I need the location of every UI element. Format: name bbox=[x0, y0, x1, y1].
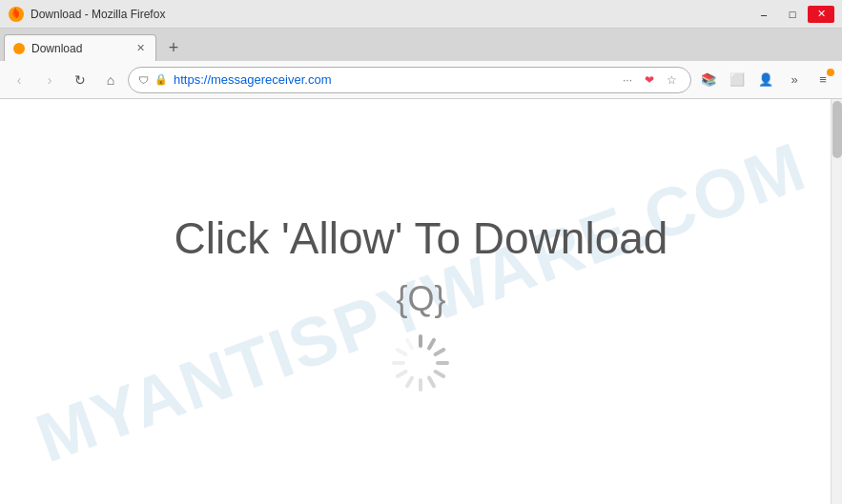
synced-tabs-button[interactable]: ⬜ bbox=[724, 67, 750, 93]
spinner-line-10 bbox=[392, 361, 405, 365]
bookmarks-button[interactable]: 📚 bbox=[695, 67, 722, 93]
minimize-button[interactable]: – bbox=[750, 6, 777, 23]
active-tab[interactable]: Download ✕ bbox=[4, 34, 156, 61]
tabbar: Download ✕ + bbox=[0, 29, 842, 61]
overflow-button[interactable]: » bbox=[781, 67, 808, 93]
main-content: Click 'Allow' To Download {Q} bbox=[175, 212, 668, 392]
navbar: ‹ › ↻ ⌂ 🛡 🔒 https://messagereceiver.com … bbox=[0, 61, 842, 99]
titlebar-left: Download - Mozilla Firefox bbox=[8, 6, 165, 23]
loading-spinner bbox=[392, 334, 449, 392]
svg-point-1 bbox=[13, 43, 25, 54]
tab-close-button[interactable]: ✕ bbox=[133, 41, 148, 56]
spinner-line-2 bbox=[427, 337, 437, 351]
titlebar: Download - Mozilla Firefox – □ ✕ bbox=[0, 0, 842, 29]
close-button[interactable]: ✕ bbox=[808, 6, 834, 23]
menu-button[interactable]: ≡ bbox=[810, 67, 836, 93]
pocket-button[interactable]: ❤ bbox=[640, 71, 659, 90]
account-button[interactable]: 👤 bbox=[752, 67, 779, 93]
firefox-icon bbox=[8, 6, 25, 23]
tab-label: Download bbox=[31, 42, 82, 55]
spinner-line-7 bbox=[419, 378, 422, 392]
page-heading: Click 'Allow' To Download bbox=[175, 212, 668, 264]
new-tab-button[interactable]: + bbox=[160, 34, 187, 61]
scrollbar[interactable] bbox=[831, 99, 842, 504]
spinner-line-8 bbox=[405, 374, 415, 388]
address-actions: ··· ❤ ☆ bbox=[618, 71, 681, 90]
page-subtext: {Q} bbox=[396, 279, 445, 319]
home-button[interactable]: ⌂ bbox=[97, 67, 124, 93]
page-content: MYANTISPYWARE.COM Click 'Allow' To Downl… bbox=[0, 99, 842, 504]
back-button[interactable]: ‹ bbox=[6, 67, 32, 93]
spinner-line-11 bbox=[396, 347, 409, 356]
spinner-line-4 bbox=[436, 361, 449, 365]
spinner-line-9 bbox=[396, 369, 409, 378]
spinner-line-6 bbox=[427, 374, 437, 388]
maximize-button[interactable]: □ bbox=[779, 6, 806, 23]
shield-icon: 🛡 bbox=[138, 74, 149, 86]
titlebar-controls: – □ ✕ bbox=[750, 6, 834, 23]
lock-icon: 🔒 bbox=[154, 73, 168, 86]
spinner-line-1 bbox=[419, 334, 422, 348]
url-text: https://messagereceiver.com bbox=[174, 72, 612, 87]
tab-favicon bbox=[12, 42, 26, 55]
scrollbar-thumb[interactable] bbox=[832, 101, 842, 158]
spinner-line-3 bbox=[433, 347, 446, 356]
toolbar-right: 📚 ⬜ 👤 » ≡ bbox=[695, 67, 836, 93]
menu-alert-dot bbox=[827, 69, 834, 76]
reload-button[interactable]: ↻ bbox=[67, 67, 93, 93]
forward-button[interactable]: › bbox=[36, 67, 63, 93]
titlebar-title: Download - Mozilla Firefox bbox=[31, 8, 165, 21]
more-button[interactable]: ··· bbox=[618, 71, 637, 90]
spinner-line-5 bbox=[433, 369, 446, 378]
bookmark-star-button[interactable]: ☆ bbox=[662, 71, 681, 90]
spinner-line-12 bbox=[405, 337, 415, 351]
address-bar[interactable]: 🛡 🔒 https://messagereceiver.com ··· ❤ ☆ bbox=[128, 67, 691, 93]
